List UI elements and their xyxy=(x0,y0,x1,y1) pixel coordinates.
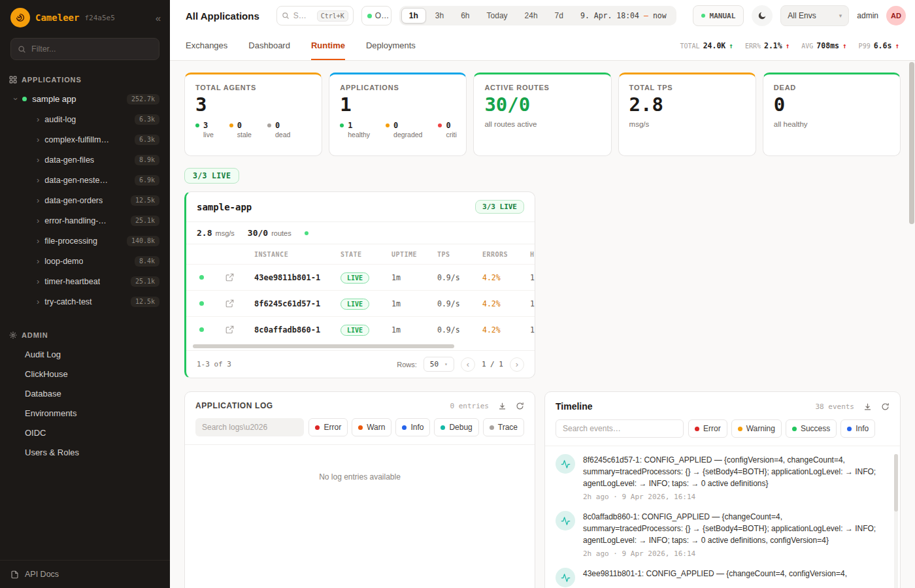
previous-page-button[interactable]: ‹ xyxy=(461,357,475,372)
event-type-chip[interactable]: Warning xyxy=(731,419,782,438)
timeline-event[interactable]: 8f6245c61d57-1: CONFIG_APPLIED — {config… xyxy=(556,454,886,501)
external-link-icon[interactable] xyxy=(216,325,254,334)
instance-errors: 4.2% xyxy=(482,273,530,282)
rows-per-page-select[interactable]: 50 ▾ xyxy=(424,357,454,372)
time-range-button[interactable]: 6h xyxy=(453,8,477,24)
tab-dashboard[interactable]: Dashboard xyxy=(248,31,290,60)
sidebar-app-item[interactable]: › data-gen-files 8.9k xyxy=(0,150,170,170)
sidebar-app-item[interactable]: › timer-heartbeat 25.1k xyxy=(0,271,170,291)
date-range[interactable]: 9. Apr. 18:04 — now xyxy=(573,11,674,20)
chevron-right-icon: › xyxy=(37,196,39,204)
time-range-button[interactable]: Today xyxy=(479,8,516,24)
sidebar-app-item[interactable]: › complex-fulfillm… 6.3k xyxy=(0,129,170,150)
online-dot xyxy=(367,14,372,18)
status-dot xyxy=(195,123,199,127)
event-search[interactable] xyxy=(556,419,684,438)
sidebar-app-item[interactable]: › file-processing 140.8k xyxy=(0,231,170,251)
application-name[interactable]: sample-app xyxy=(197,202,252,212)
refresh-icon[interactable] xyxy=(881,402,890,411)
next-page-button[interactable]: › xyxy=(510,357,524,372)
horizontal-scrollbar xyxy=(186,342,535,350)
sidebar-admin-item[interactable]: Users & Roles xyxy=(0,442,170,462)
log-search-input[interactable] xyxy=(202,423,297,432)
timeline-event[interactable]: 8c0affadb860-1: CONFIG_APPLIED — {change… xyxy=(556,511,886,558)
time-range-button[interactable]: 7d xyxy=(547,8,571,24)
dark-mode-toggle[interactable] xyxy=(752,5,773,26)
count-badge: 25.1k xyxy=(131,276,159,287)
app-tree-label: data-gen-neste… xyxy=(44,176,108,185)
timeline-scrollbar-thumb[interactable] xyxy=(894,454,898,512)
sidebar-item-api-docs[interactable]: API Docs xyxy=(0,560,170,588)
log-level-chip[interactable]: Trace xyxy=(483,418,524,436)
timeline-event[interactable]: 43ee9811b801-1: CONFIG_APPLIED — {change… xyxy=(556,568,886,587)
refresh-icon[interactable] xyxy=(516,402,524,410)
log-search[interactable] xyxy=(195,418,304,436)
sidebar-collapse-icon[interactable]: « xyxy=(156,12,161,24)
log-level-chip[interactable]: Error xyxy=(308,418,348,436)
log-level-chip[interactable]: Warn xyxy=(352,418,391,436)
download-icon[interactable] xyxy=(863,402,872,411)
count-badge: 6.3k xyxy=(135,135,159,145)
instance-row[interactable]: 8f6245c61d57-1 LIVE 1m 0.9/s 4.2% 1 xyxy=(186,290,535,316)
chevron-right-icon: › xyxy=(37,155,39,164)
page-scrollbar xyxy=(909,62,914,587)
applications-section-header: APPLICATIONS xyxy=(0,71,170,89)
instance-uptime: 1m xyxy=(391,299,437,308)
sidebar-app-item[interactable]: › try-catch-test 12.5k xyxy=(0,291,170,312)
log-level-chip[interactable]: Debug xyxy=(434,418,478,436)
sidebar-admin-item[interactable]: OIDC xyxy=(0,423,170,442)
external-link-icon[interactable] xyxy=(216,273,254,282)
avatar[interactable]: AD xyxy=(886,6,906,25)
content-area: TOTAL AGENTS 3 3live 0stale 0dead xyxy=(170,61,915,588)
environment-select[interactable]: All Envs ▾ xyxy=(780,5,849,26)
online-toggle[interactable]: O… xyxy=(361,6,391,25)
download-icon[interactable] xyxy=(498,402,507,410)
page-scrollbar-thumb[interactable] xyxy=(909,62,914,224)
type-dot xyxy=(695,427,699,431)
event-text: 43ee9811b801-1: CONFIG_APPLIED — {change… xyxy=(583,568,847,580)
event-search-input[interactable] xyxy=(563,424,676,433)
time-range-button[interactable]: 1h xyxy=(401,8,426,24)
event-type-chip[interactable]: Success xyxy=(786,419,837,438)
sidebar-app-item[interactable]: › data-gen-orders 12.5k xyxy=(0,190,170,210)
sidebar-admin-item[interactable]: Environments xyxy=(0,403,170,423)
event-type-chip[interactable]: Error xyxy=(688,419,727,438)
global-search-input[interactable] xyxy=(293,11,309,20)
count-badge: 6.3k xyxy=(135,114,159,125)
external-link-icon[interactable] xyxy=(216,299,254,308)
sidebar-app-item[interactable]: › loop-demo 8.4k xyxy=(0,251,170,271)
online-label: O… xyxy=(375,11,389,20)
stat-value: 24.0K xyxy=(703,41,726,50)
tab-exchanges[interactable]: Exchanges xyxy=(186,31,227,60)
event-type-chip[interactable]: Info xyxy=(840,419,875,438)
row-range: 1-3 of 3 xyxy=(197,360,231,368)
time-range-button[interactable]: 24h xyxy=(517,8,546,24)
time-range-button[interactable]: 3h xyxy=(427,8,452,24)
instance-extra: 1 xyxy=(530,273,535,282)
event-text: 8c0affadb860-1: CONFIG_APPLIED — {change… xyxy=(583,511,878,546)
horizontal-scrollbar-thumb[interactable] xyxy=(193,344,454,348)
sidebar-admin-item[interactable]: ClickHouse xyxy=(0,364,170,384)
instance-row[interactable]: 8c0affadb860-1 LIVE 1m 0.9/s 4.2% 1 xyxy=(186,316,535,342)
log-level-chip[interactable]: Info xyxy=(395,418,430,436)
instance-errors: 4.2% xyxy=(482,299,530,308)
sidebar-admin-item[interactable]: Audit Log xyxy=(0,344,170,364)
app-version: f24a5e5 xyxy=(84,14,114,22)
tab-runtime[interactable]: Runtime xyxy=(311,31,345,60)
manual-mode-button[interactable]: MANUAL xyxy=(693,5,744,26)
app-tree-label: timer-heartbeat xyxy=(44,277,100,286)
global-search[interactable]: Ctrl+K xyxy=(276,6,354,25)
chevron-right-icon: › xyxy=(37,297,39,306)
tab-deployments[interactable]: Deployments xyxy=(366,31,416,60)
sidebar-app-item[interactable]: › audit-log 6.3k xyxy=(0,109,170,129)
date-to: now xyxy=(653,11,667,20)
instance-row[interactable]: 43ee9811b801-1 LIVE 1m 0.9/s 4.2% 1 xyxy=(186,264,535,290)
sidebar-item-sample-app[interactable]: › sample app 252.7k xyxy=(0,89,170,109)
instance-tps: 0.9/s xyxy=(437,299,482,308)
log-entry-count: 0 entries xyxy=(450,402,489,410)
filter-input[interactable] xyxy=(31,44,152,54)
sidebar-app-item[interactable]: › data-gen-neste… 6.9k xyxy=(0,170,170,190)
sidebar-filter[interactable] xyxy=(10,38,159,60)
sidebar-admin-item[interactable]: Database xyxy=(0,384,170,403)
sidebar-app-item[interactable]: › error-handling-… 25.1k xyxy=(0,210,170,231)
